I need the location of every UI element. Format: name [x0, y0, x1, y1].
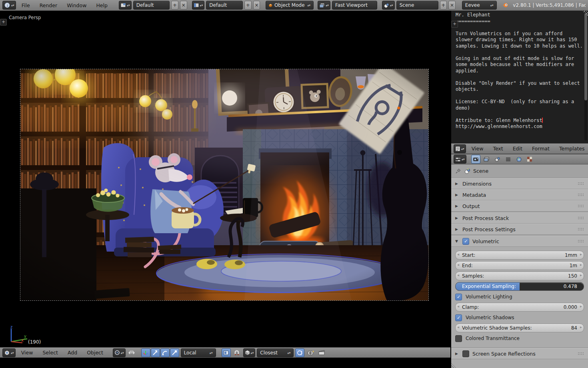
scene-field[interactable]: Scene	[396, 1, 438, 10]
panel-drag-grip[interactable]	[578, 216, 584, 220]
panel-drag-grip[interactable]	[578, 204, 584, 208]
slider-left-arrow-icon[interactable]: ◂	[457, 304, 459, 308]
volumetric-start-slider[interactable]: ◂ Start: 1mm ▸	[455, 251, 584, 260]
tab-world[interactable]	[514, 155, 524, 164]
menu-object[interactable]: Object	[83, 350, 107, 356]
pivot-point-button[interactable]: ▲▼	[113, 348, 126, 357]
menu-select[interactable]: Select	[38, 350, 62, 356]
volumetric-lighting-checkbox[interactable]: ✓	[455, 294, 462, 300]
tab-texture[interactable]	[525, 155, 534, 164]
editor-type-3d-view-button[interactable]: ▲▼	[2, 348, 16, 357]
scene-layout-icon-button[interactable]: ▲▼	[192, 1, 205, 10]
scene-close-button[interactable]: ×	[448, 1, 456, 10]
engine-dropdown[interactable]: Eevee ▲▼	[462, 1, 497, 10]
properties-resize-grip[interactable]	[451, 362, 458, 368]
scene-icon-button[interactable]: ▲▼	[382, 1, 395, 10]
menu-help[interactable]: Help	[92, 2, 112, 8]
panel-post-process-stack[interactable]: ▶ Post Process Stack	[451, 212, 588, 224]
snap-target-dropdown[interactable]: Closest ▲▼	[257, 348, 294, 357]
editor-type-info-button[interactable]: i ▲▼	[2, 1, 16, 10]
scene-layout-field[interactable]: Default	[206, 1, 243, 10]
volumetric-shadows-row[interactable]: ✓ Volumetric Shadows	[455, 313, 584, 322]
menu-file[interactable]: File	[18, 2, 34, 8]
slider-left-arrow-icon[interactable]: ◂	[457, 252, 459, 256]
volumetric-end-slider[interactable]: ◂ End: 1m ▸	[455, 261, 584, 270]
text-menu-templates[interactable]: Templates	[555, 146, 588, 152]
toolshelf-expand-button[interactable]: +	[0, 19, 7, 26]
tab-scene[interactable]	[493, 155, 502, 164]
panel-dimensions[interactable]: ▶ Dimensions	[451, 178, 588, 189]
exponential-sampling-slider[interactable]: Exponential Sampling: 0.478	[455, 282, 584, 291]
tab-render[interactable]	[471, 155, 480, 164]
transform-orientation-dropdown[interactable]: Local ▲▼	[181, 348, 216, 357]
slider-right-arrow-icon[interactable]: ▸	[580, 273, 582, 277]
slider-left-arrow-icon[interactable]: ◂	[457, 273, 459, 277]
rotate-manipulator-button[interactable]	[160, 348, 170, 357]
panel-drag-grip[interactable]	[578, 240, 584, 243]
screen-layout-icon-button[interactable]: ▲▼	[119, 1, 132, 10]
editor-type-text-button[interactable]: ▲▼	[454, 144, 466, 153]
text-menu-format[interactable]: Format	[528, 146, 554, 152]
shading-field[interactable]: Fast Viewport	[332, 1, 377, 10]
scene-layout-close-button[interactable]: ×	[253, 1, 260, 10]
menu-window[interactable]: Window	[63, 2, 90, 8]
volumetric-shadows-checkbox[interactable]: ✓	[455, 314, 462, 321]
colored-transmittance-checkbox[interactable]: ✓	[455, 335, 462, 342]
mode-dropdown[interactable]: Object Mode ▲▼	[266, 1, 314, 10]
panel-output[interactable]: ▶ Output	[451, 200, 588, 212]
manipulate-center-points-button[interactable]	[127, 348, 136, 357]
render-animation-button[interactable]	[317, 348, 326, 357]
text-menu-edit[interactable]: Edit	[509, 146, 526, 152]
render-opengl-button[interactable]	[306, 348, 315, 357]
menu-view[interactable]: View	[17, 350, 37, 356]
panel-drag-grip[interactable]	[578, 352, 584, 355]
menu-render[interactable]: Render	[36, 2, 62, 8]
text-menu-view[interactable]: View	[468, 146, 488, 152]
colored-transmittance-row[interactable]: ✓ Colored Transmittance	[455, 334, 584, 343]
panel-post-process-settings[interactable]: ▶ Post Process Settings	[451, 224, 588, 235]
volumetric-enable-checkbox[interactable]: ✓	[462, 238, 469, 245]
text-scrollbar[interactable]	[584, 12, 587, 140]
menu-add[interactable]: Add	[64, 350, 81, 356]
slider-right-arrow-icon[interactable]: ▸	[580, 304, 582, 308]
manipulator-toggle-button[interactable]	[141, 348, 150, 357]
translate-manipulator-button[interactable]	[151, 348, 160, 357]
slider-right-arrow-icon[interactable]: ▸	[580, 325, 582, 329]
slider-left-arrow-icon[interactable]: ◂	[457, 262, 459, 267]
text-menu-text[interactable]: Text	[489, 146, 507, 152]
screen-layout-add-button[interactable]: +	[171, 1, 178, 10]
shading-icon-button[interactable]: ▲▼	[318, 1, 330, 10]
scene-layout-add-button[interactable]: +	[244, 1, 252, 10]
screen-layout-field[interactable]: Default	[133, 1, 170, 10]
volumetric-samples-slider[interactable]: ◂ Samples: 150 ▸	[455, 272, 584, 280]
pin-icon[interactable]	[455, 168, 461, 174]
editor-type-properties-button[interactable]: ▲▼	[454, 155, 466, 164]
slider-left-arrow-icon[interactable]: ◂	[457, 325, 459, 329]
render-border-button[interactable]	[222, 348, 231, 357]
tab-view-layer[interactable]	[504, 155, 513, 164]
ssr-enable-checkbox[interactable]: ✓	[462, 350, 469, 357]
screen-layout-close-button[interactable]: ×	[180, 1, 187, 10]
snap-peel-object-button[interactable]	[295, 348, 304, 357]
panel-volumetric-header[interactable]: ▼ ✓ Volumetric	[451, 236, 588, 247]
text-panel-expand-button[interactable]: +	[451, 21, 458, 28]
slider-value: 150	[568, 273, 577, 279]
tab-render-layers[interactable]	[482, 155, 491, 164]
volumetric-lighting-row[interactable]: ✓ Volumetric Lighting	[455, 292, 584, 301]
slider-right-arrow-icon[interactable]: ▸	[580, 262, 582, 267]
snap-toggle-button[interactable]	[232, 348, 242, 357]
scene-add-button[interactable]: +	[440, 1, 447, 10]
scale-manipulator-button[interactable]	[170, 348, 179, 357]
volumetric-shadow-samples-slider[interactable]: ◂ Volumetric Shadow Samples: 84 ▸	[455, 324, 584, 332]
panel-metadata[interactable]: ▶ Metadata	[451, 189, 588, 200]
3d-viewport[interactable]: Camera Persp + z y x (190) ▲▼ View Selec…	[0, 11, 450, 358]
snap-element-button[interactable]: ▲▼	[243, 348, 256, 357]
panel-drag-grip[interactable]	[578, 182, 584, 185]
panel-screen-space-reflections[interactable]: ▶ ✓ Screen Space Reflections	[451, 348, 588, 359]
panel-drag-grip[interactable]	[578, 193, 584, 196]
panel-drag-grip[interactable]	[578, 228, 584, 231]
text-scrollbar-thumb[interactable]	[584, 13, 587, 100]
text-editor[interactable]: Mr. Elephant ============ Turn Volumetri…	[451, 11, 588, 143]
clamp-slider[interactable]: ◂ Clamp: 0.000 ▸	[455, 303, 584, 312]
slider-right-arrow-icon[interactable]: ▸	[580, 252, 582, 256]
